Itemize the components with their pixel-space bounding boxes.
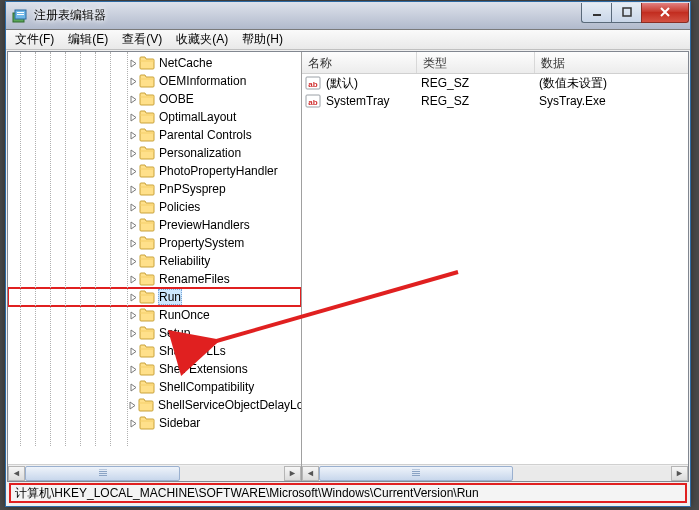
tree-item-label: SharedDLLs [158,344,227,358]
menu-favorites[interactable]: 收藏夹(A) [169,29,235,50]
expander-icon[interactable] [128,202,138,212]
registry-tree[interactable]: NetCacheOEMInformationOOBEOptimalLayoutP… [8,52,301,434]
window-buttons [581,3,689,23]
expander-icon[interactable] [128,382,138,392]
tree-item-label: ShellServiceObjectDelayLoad [157,398,301,412]
tree-item-label: ShellCompatibility [158,380,255,394]
close-button[interactable] [641,3,689,23]
expander-icon[interactable] [128,76,138,86]
expander-icon[interactable] [128,166,138,176]
value-data: (数值未设置) [537,75,688,92]
tree-item[interactable]: Personalization [8,144,301,162]
expander-icon[interactable] [128,238,138,248]
expander-icon[interactable] [128,418,138,428]
scroll-right-icon[interactable]: ► [671,466,688,481]
folder-icon [139,74,155,88]
tree-item[interactable]: Parental Controls [8,126,301,144]
menubar: 文件(F) 编辑(E) 查看(V) 收藏夹(A) 帮助(H) [6,30,690,50]
svg-text:ab: ab [308,80,317,89]
string-value-icon: ab [305,75,321,91]
value-name: (默认) [324,75,419,92]
folder-icon [139,56,155,70]
tree-item[interactable]: Policies [8,198,301,216]
tree-item[interactable]: Shell Extensions [8,360,301,378]
expander-icon[interactable] [128,292,138,302]
expander-icon[interactable] [128,220,138,230]
expander-icon[interactable] [128,256,138,266]
expander-icon[interactable] [128,328,138,338]
folder-icon [139,416,155,430]
tree-item-label: Sidebar [158,416,201,430]
menu-edit[interactable]: 编辑(E) [61,29,115,50]
menu-view[interactable]: 查看(V) [115,29,169,50]
tree-item-label: RunOnce [158,308,211,322]
folder-icon [139,290,155,304]
app-icon [12,8,28,24]
tree-item[interactable]: PnPSysprep [8,180,301,198]
tree-item[interactable]: Run [8,288,301,306]
expander-icon[interactable] [128,58,138,68]
titlebar[interactable]: 注册表编辑器 [6,2,690,30]
value-row[interactable]: abSystemTrayREG_SZSysTray.Exe [302,92,688,110]
tree-item[interactable]: OEMInformation [8,72,301,90]
folder-icon [139,236,155,250]
tree-item-label: Policies [158,200,201,214]
scroll-left-icon[interactable]: ◄ [302,466,319,481]
expander-icon[interactable] [128,112,138,122]
tree-item[interactable]: OOBE [8,90,301,108]
value-row[interactable]: ab(默认)REG_SZ(数值未设置) [302,74,688,92]
value-type: REG_SZ [419,94,537,108]
scroll-right-icon[interactable]: ► [284,466,301,481]
values-list[interactable]: ab(默认)REG_SZ(数值未设置)abSystemTrayREG_SZSys… [302,74,688,464]
tree-item-label: OptimalLayout [158,110,237,124]
minimize-button[interactable] [581,3,611,23]
tree-item[interactable]: PreviewHandlers [8,216,301,234]
folder-icon [139,308,155,322]
tree-item[interactable]: PropertySystem [8,234,301,252]
tree-item[interactable]: ShellCompatibility [8,378,301,396]
scroll-thumb[interactable] [25,466,180,481]
folder-icon [138,398,154,412]
scroll-track[interactable] [25,466,284,481]
scroll-left-icon[interactable]: ◄ [8,466,25,481]
expander-icon[interactable] [128,346,138,356]
expander-icon[interactable] [128,310,138,320]
expander-icon[interactable] [128,130,138,140]
folder-icon [139,254,155,268]
string-value-icon: ab [305,93,321,109]
list-header: 名称 类型 数据 [302,52,688,74]
tree-item[interactable]: NetCache [8,54,301,72]
menu-file[interactable]: 文件(F) [8,29,61,50]
regedit-window: 注册表编辑器 文件(F) 编辑(E) 查看(V) 收藏夹(A) 帮助(H) [5,1,691,507]
tree-item[interactable]: PhotoPropertyHandler [8,162,301,180]
tree-hscrollbar[interactable]: ◄ ► [8,464,301,481]
tree-item[interactable]: SharedDLLs [8,342,301,360]
expander-icon[interactable] [128,400,137,410]
tree-item[interactable]: Reliability [8,252,301,270]
tree-item[interactable]: RenameFiles [8,270,301,288]
scroll-track[interactable] [319,466,671,481]
svg-rect-4 [593,14,601,16]
tree-item-label: PhotoPropertyHandler [158,164,279,178]
column-data[interactable]: 数据 [535,52,688,73]
list-hscrollbar[interactable]: ◄ ► [302,464,688,481]
expander-icon[interactable] [128,364,138,374]
menu-help[interactable]: 帮助(H) [235,29,290,50]
tree-item[interactable]: OptimalLayout [8,108,301,126]
column-name[interactable]: 名称 [302,52,417,73]
tree-item[interactable]: Sidebar [8,414,301,432]
expander-icon[interactable] [128,274,138,284]
tree-scroll[interactable]: NetCacheOEMInformationOOBEOptimalLayoutP… [8,52,301,464]
tree-item[interactable]: Setup [8,324,301,342]
tree-item-label: Run [158,289,182,305]
tree-item[interactable]: ShellServiceObjectDelayLoad [8,396,301,414]
expander-icon[interactable] [128,184,138,194]
maximize-button[interactable] [611,3,641,23]
scroll-thumb[interactable] [319,466,513,481]
folder-icon [139,164,155,178]
tree-item[interactable]: RunOnce [8,306,301,324]
expander-icon[interactable] [128,148,138,158]
expander-icon[interactable] [128,94,138,104]
column-type[interactable]: 类型 [417,52,535,73]
tree-item-label: RenameFiles [158,272,231,286]
